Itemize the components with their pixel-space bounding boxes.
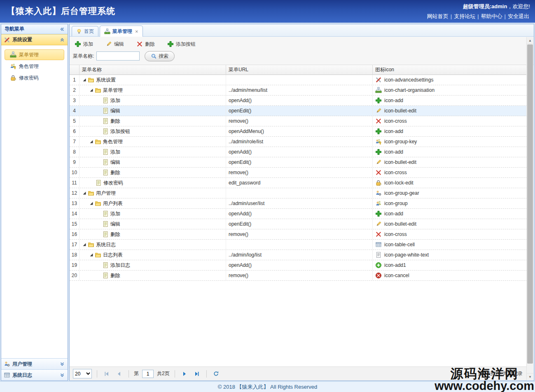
menu-name-text: 编辑 bbox=[110, 159, 120, 166]
vertical-scrollbar[interactable]: ▲ ▼ bbox=[526, 37, 533, 380]
column-menu-name[interactable]: 菜单名称 bbox=[79, 65, 226, 75]
tree-expand-icon[interactable] bbox=[88, 88, 95, 93]
menu-url-cell: remove() bbox=[226, 116, 373, 126]
table-row[interactable]: 10删除remove()icon-cross bbox=[70, 168, 527, 178]
table-row[interactable]: 20删除remove()icon-cancel bbox=[70, 271, 527, 281]
table-row[interactable]: 7角色管理../admin/role/listicon-group-key bbox=[70, 137, 527, 147]
table-row[interactable]: 3添加openAdd()icon-add bbox=[70, 96, 527, 106]
table-row[interactable]: 12用户管理icon-group-gear bbox=[70, 188, 527, 198]
menu-name-cell: 角色管理 bbox=[79, 137, 226, 147]
scroll-down-icon[interactable]: ▼ bbox=[527, 373, 533, 380]
table-row[interactable]: 19添加日志openAdd()icon-add1 bbox=[70, 260, 527, 271]
table-row[interactable]: 16删除remove()icon-cross bbox=[70, 229, 527, 240]
chevron-double-up-icon[interactable] bbox=[59, 37, 65, 43]
tree-expand-icon[interactable] bbox=[88, 139, 95, 144]
folder-icon bbox=[95, 252, 102, 258]
table-row[interactable]: 18日志列表../admin/log/listicon-page-white-t… bbox=[70, 250, 527, 260]
row-number: 12 bbox=[70, 188, 79, 198]
menu-url-cell: ../admin/user/list bbox=[226, 198, 373, 208]
menu-name-text: 菜单管理 bbox=[103, 87, 123, 94]
tree-expand-icon[interactable] bbox=[88, 201, 95, 206]
accordion-panel-user-management[interactable]: 用户管理 bbox=[1, 358, 68, 369]
menu-icon-cell: icon-add bbox=[373, 126, 527, 136]
scroll-up-icon[interactable]: ▲ bbox=[527, 37, 533, 44]
tab-close-icon[interactable]: × bbox=[135, 28, 138, 35]
folder-icon bbox=[95, 138, 102, 145]
link-help-center[interactable]: 帮助中心 bbox=[481, 13, 502, 19]
table-row[interactable]: 14添加openAdd()icon-add bbox=[70, 209, 527, 219]
tab-label: 首页 bbox=[84, 28, 94, 35]
icon-add-icon bbox=[375, 149, 382, 155]
sidebar-item-menu-management[interactable]: 菜单管理 bbox=[5, 49, 64, 60]
menu-name-cell: 用户管理 bbox=[79, 188, 226, 198]
tree-expand-icon[interactable] bbox=[81, 77, 88, 82]
link-logout[interactable]: 安全退出 bbox=[508, 13, 529, 19]
search-button[interactable]: 搜索 bbox=[145, 51, 175, 61]
table-row[interactable]: 4编辑openEdit()icon-bullet-edit bbox=[70, 106, 527, 116]
table-row[interactable]: 9编辑openEdit()icon-bullet-edit bbox=[70, 157, 527, 168]
bullet-edit-icon bbox=[105, 41, 112, 47]
accordion-panel-system-logs[interactable]: 系统日志 bbox=[1, 369, 68, 380]
tree-expand-icon[interactable] bbox=[88, 252, 95, 257]
tree-expand-icon[interactable] bbox=[81, 191, 88, 196]
table-header: 菜单名称 菜单URL 图标icon bbox=[70, 65, 527, 75]
search-field-label: 菜单名称: bbox=[73, 53, 94, 60]
menu-name-text: 添加 bbox=[110, 210, 120, 217]
tab-bar: 首页 菜单管理 × bbox=[70, 24, 534, 37]
table-row[interactable]: 11修改密码edit_passwordicon-lock-edit bbox=[70, 178, 527, 188]
accordion-panel-system-settings[interactable]: 系统设置 bbox=[1, 34, 68, 45]
menu-icon-cell: icon-bullet-edit bbox=[373, 157, 527, 167]
row-number: 19 bbox=[70, 260, 79, 270]
sidebar-item-role-management[interactable]: 角色管理 bbox=[5, 61, 64, 72]
menu-icon-cell: icon-group bbox=[373, 198, 527, 208]
delete-button[interactable]: 删除 bbox=[135, 40, 157, 49]
menu-name-input[interactable] bbox=[96, 51, 140, 61]
app-header: 【猿来入此】后台管理系统 超级管理员:admin，欢迎您! 网站首页|支持论坛|… bbox=[0, 0, 535, 23]
menu-url-cell: remove() bbox=[226, 168, 373, 177]
table-row[interactable]: 2菜单管理../admin/menu/listicon-chart-organi… bbox=[70, 85, 527, 96]
last-page-button[interactable] bbox=[192, 369, 201, 378]
table-row[interactable]: 5删除remove()icon-cross bbox=[70, 116, 527, 126]
add-menu-button[interactable]: 添加按钮 bbox=[166, 40, 197, 49]
menu-icon-label: icon-cross bbox=[384, 170, 407, 175]
page-icon bbox=[102, 128, 109, 135]
link-support-forum[interactable]: 支持论坛 bbox=[454, 13, 475, 19]
link-site-home[interactable]: 网站首页 bbox=[427, 13, 449, 19]
menu-icon-label: icon-bullet-edit bbox=[384, 221, 416, 227]
tab-label: 菜单管理 bbox=[112, 28, 132, 35]
edit-button[interactable]: 编辑 bbox=[104, 40, 126, 49]
menu-url-cell: openEdit() bbox=[226, 157, 373, 167]
table-row[interactable]: 6添加按钮openAddMenu()icon-add bbox=[70, 126, 527, 137]
row-number: 2 bbox=[70, 85, 79, 95]
scrollbar-thumb[interactable] bbox=[527, 44, 533, 364]
table-row[interactable]: 13用户列表../admin/user/listicon-group bbox=[70, 198, 527, 209]
row-number: 18 bbox=[70, 250, 79, 260]
menu-url-cell: remove() bbox=[226, 271, 373, 280]
chevron-double-down-icon[interactable] bbox=[59, 361, 65, 367]
prev-page-button[interactable] bbox=[114, 369, 124, 378]
column-menu-url[interactable]: 菜单URL bbox=[226, 65, 373, 75]
table-row[interactable]: 17系统日志icon-table-cell bbox=[70, 240, 527, 250]
menu-icon-cell: icon-table-cell bbox=[373, 240, 527, 250]
icon-group-icon bbox=[375, 200, 382, 207]
refresh-icon[interactable] bbox=[212, 369, 221, 378]
icon-add-icon bbox=[375, 210, 382, 217]
sidebar-item-change-password[interactable]: 修改密码 bbox=[5, 72, 64, 83]
page-number-input[interactable] bbox=[142, 370, 154, 378]
add-button[interactable]: 添加 bbox=[73, 40, 95, 49]
menu-name-cell: 系统日志 bbox=[79, 240, 226, 250]
tree-expand-icon[interactable] bbox=[81, 242, 88, 247]
menu-icon-label: icon-lock-edit bbox=[384, 180, 414, 186]
page-size-select[interactable]: 20 bbox=[73, 369, 92, 378]
chevron-double-down-icon[interactable] bbox=[59, 372, 65, 378]
table-row[interactable]: 1系统设置icon-advancedsettings bbox=[70, 75, 527, 85]
first-page-button[interactable] bbox=[102, 369, 111, 378]
collapse-sidebar-icon[interactable] bbox=[59, 26, 65, 32]
table-row[interactable]: 8添加openAdd()icon-add bbox=[70, 147, 527, 157]
table-row[interactable]: 15编辑openEdit()icon-bullet-edit bbox=[70, 219, 527, 229]
column-icon[interactable]: 图标icon bbox=[373, 65, 527, 75]
next-page-button[interactable] bbox=[180, 369, 189, 378]
menu-name-text: 用户管理 bbox=[96, 190, 116, 197]
tab-menu-management[interactable]: 菜单管理 × bbox=[100, 26, 143, 37]
tab-home[interactable]: 首页 bbox=[72, 26, 98, 36]
